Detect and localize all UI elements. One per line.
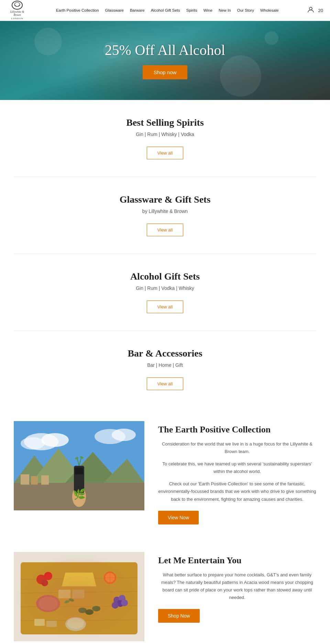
svg-point-34 <box>105 573 115 583</box>
svg-rect-25 <box>21 562 138 634</box>
svg-point-33 <box>104 572 116 584</box>
glassware-subtitle: by Lillywhite & Brown <box>7 208 323 214</box>
main-nav: Earth Positive Collection Glassware Barw… <box>56 8 279 12</box>
svg-point-41 <box>119 595 125 602</box>
glassware-gift-sets-section: Glassware & Gift Sets by Lillywhite & Br… <box>0 177 330 253</box>
nav-barware[interactable]: Barware <box>130 8 145 12</box>
alcohol-gift-sets-section: Alcohol Gift Sets Gin | Rum | Vodka | Wh… <box>0 254 330 330</box>
svg-point-31 <box>44 572 52 580</box>
bar-accessories-section: Bar & Accessories Bar | Home | Gift View… <box>0 331 330 407</box>
bar-accessories-view-all[interactable]: View all <box>147 377 184 390</box>
svg-point-32 <box>41 579 48 586</box>
svg-point-43 <box>112 602 119 609</box>
nav-wine[interactable]: Wine <box>204 8 212 12</box>
logo-text: Lillywhite & Brown LONDON <box>7 10 28 20</box>
header-icons: 20 <box>307 6 323 15</box>
svg-line-28 <box>21 606 138 607</box>
svg-point-4 <box>41 433 69 447</box>
svg-rect-39 <box>72 590 84 598</box>
glassware-title: Glassware & Gift Sets <box>7 194 323 205</box>
entertain-para-1: What better surface to prepare your home… <box>158 571 316 601</box>
svg-point-45 <box>78 608 87 613</box>
svg-rect-52 <box>34 619 45 626</box>
nav-glassware[interactable]: Glassware <box>105 8 124 12</box>
earth-positive-para-1: Consideration for the world that we live… <box>158 440 316 455</box>
svg-point-30 <box>36 575 46 584</box>
logo-image: Lillywhite & Brown LONDON <box>7 3 28 18</box>
logo[interactable]: Lillywhite & Brown LONDON <box>7 3 28 18</box>
svg-rect-24 <box>21 562 138 634</box>
account-icon[interactable] <box>307 6 314 15</box>
svg-point-54 <box>64 599 70 604</box>
svg-marker-37 <box>62 573 96 586</box>
best-selling-spirits-subtitle: Gin | Rum | Whisky | Vodka <box>7 132 323 137</box>
alcohol-gift-sets-view-all[interactable]: View all <box>147 301 184 313</box>
svg-point-49 <box>38 597 58 610</box>
hero-shop-button[interactable]: Shop now <box>143 65 188 79</box>
nav-new-in[interactable]: New In <box>219 8 231 12</box>
alcohol-gift-sets-title: Alcohol Gift Sets <box>7 271 323 282</box>
nav-earth-positive[interactable]: Earth Positive Collection <box>56 8 99 12</box>
svg-point-50 <box>65 617 86 631</box>
entertain-image <box>14 552 144 641</box>
svg-point-0 <box>14 2 20 7</box>
svg-point-5 <box>21 437 45 450</box>
earth-positive-title: The Earth Positive Collection <box>158 425 316 435</box>
logo-circle <box>12 1 23 10</box>
svg-point-51 <box>67 618 84 629</box>
svg-line-29 <box>21 620 138 621</box>
hero-title: 25% Off All Alcohol <box>105 42 225 58</box>
glassware-view-all[interactable]: View all <box>147 224 184 236</box>
entertain-title: Let Me Entertain You <box>158 555 316 566</box>
svg-point-40 <box>113 597 120 603</box>
cart-count[interactable]: 20 <box>318 8 323 13</box>
earth-positive-content: The Earth Positive Collection Considerat… <box>158 421 316 524</box>
svg-rect-13 <box>21 474 29 485</box>
svg-point-44 <box>121 599 128 606</box>
svg-rect-23 <box>14 552 144 641</box>
svg-rect-53 <box>46 621 57 627</box>
bar-accessories-title: Bar & Accessories <box>7 348 323 359</box>
nav-spirits[interactable]: Spirits <box>186 8 197 12</box>
best-selling-spirits-view-all[interactable]: View all <box>147 147 184 159</box>
entertain-shop-button[interactable]: Shop Now <box>158 609 200 623</box>
svg-point-16 <box>72 486 86 507</box>
nav-alcohol-gift-sets[interactable]: Alcohol Gift Sets <box>151 8 180 12</box>
svg-point-42 <box>117 600 124 607</box>
earth-positive-feature: The Earth Positive Collection Considerat… <box>0 407 330 538</box>
entertain-content: Let Me Entertain You What better surface… <box>158 552 316 623</box>
svg-point-7 <box>112 429 136 441</box>
nav-wholesale[interactable]: Wholesale <box>260 8 279 12</box>
hero-banner: 25% Off All Alcohol Shop now <box>0 21 330 100</box>
svg-rect-18 <box>75 467 83 474</box>
earth-positive-para-2: To celebrate this, we have teamed up wit… <box>158 460 316 475</box>
svg-rect-14 <box>31 476 38 485</box>
site-header: Lillywhite & Brown LONDON Earth Positive… <box>0 0 330 21</box>
bar-accessories-subtitle: Bar | Home | Gift <box>7 362 323 368</box>
svg-line-27 <box>21 591 138 593</box>
svg-point-48 <box>36 595 60 612</box>
svg-point-47 <box>92 606 100 611</box>
earth-positive-button[interactable]: View Now <box>158 511 199 524</box>
entertain-feature: Let Me Entertain You What better surface… <box>0 538 330 644</box>
svg-line-26 <box>21 578 138 579</box>
earth-positive-image <box>14 421 144 510</box>
alcohol-gift-sets-subtitle: Gin | Rum | Vodka | Whisky <box>7 285 323 291</box>
nav-our-story[interactable]: Our Story <box>237 8 254 12</box>
svg-rect-38 <box>58 590 70 598</box>
best-selling-spirits-section: Best Selling Spirits Gin | Rum | Whisky … <box>0 100 330 177</box>
svg-point-46 <box>85 609 94 615</box>
svg-point-1 <box>309 7 312 10</box>
best-selling-spirits-title: Best Selling Spirits <box>7 117 323 128</box>
svg-point-55 <box>68 598 75 602</box>
earth-positive-para-3: Check out our 'Earth Positive Collection… <box>158 480 316 503</box>
svg-rect-15 <box>41 475 49 485</box>
